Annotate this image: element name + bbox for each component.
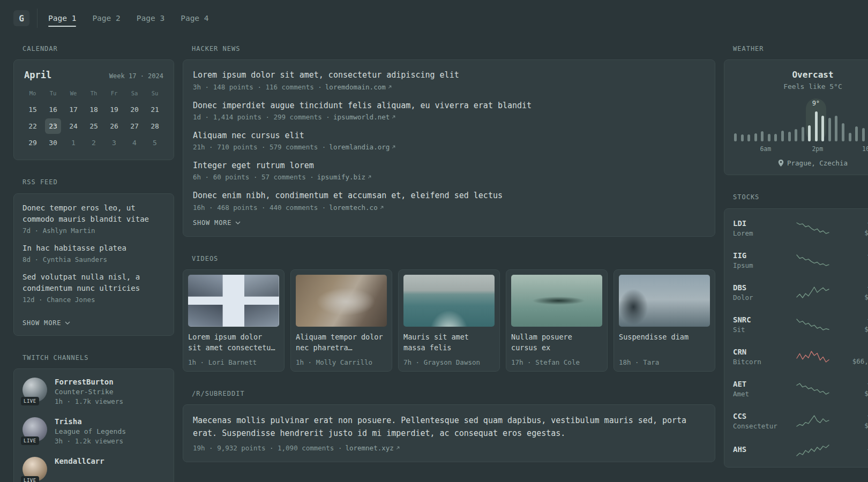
stock-price: $165.84: [836, 421, 868, 430]
calendar-date[interactable]: 22: [25, 118, 41, 134]
tab-page-3[interactable]: Page 3: [137, 9, 164, 28]
dashboard-grid: CALENDAR April Week 17 · 2024 Mo Tu We T…: [0, 36, 868, 482]
calendar-date[interactable]: 30: [45, 135, 61, 150]
day-header: Fr: [104, 87, 124, 101]
location-pin-icon: [778, 160, 784, 167]
subreddit-post-text[interactable]: Maecenas mollis pulvinar erat non posuer…: [193, 416, 686, 438]
stock-row[interactable]: SNRC Sit +1.36% $148.64: [733, 308, 868, 341]
hn-story-title[interactable]: Donec enim nibh, condimentum et accumsan…: [193, 191, 503, 200]
stock-row[interactable]: DBS Dolor +1.42% $156.28: [733, 276, 868, 308]
live-badge: LIVE: [21, 397, 39, 405]
weather-bar: [788, 132, 791, 141]
hn-domain-link[interactable]: ipsumworld.net: [333, 113, 396, 121]
video-title: Nullam posuere cursus ex: [511, 332, 602, 353]
hn-domain-text: ipsumworld.net: [333, 113, 390, 121]
calendar-date-next-month[interactable]: 4: [126, 135, 143, 150]
video-card[interactable]: Nullam posuere cursus ex 17h · Stefan Co…: [506, 269, 608, 372]
rss-item[interactable]: In hac habitasse platea 8d · Cynthia Sau…: [23, 243, 165, 263]
hacker-news-card: Lorem ipsum dolor sit amet, consectetur …: [183, 59, 715, 236]
twitch-widget-title: TWITCH CHANNELS: [13, 354, 174, 362]
calendar-date[interactable]: 28: [147, 118, 163, 134]
rss-show-more-button[interactable]: SHOW MORE: [23, 319, 70, 327]
weather-card: Overcast Feels like 5°C 9° 6am 2pm 10pm …: [724, 59, 868, 175]
weather-widget: WEATHER Overcast Feels like 5°C 9° 6am 2…: [724, 45, 868, 175]
hn-story: Donec imperdiet augue tincidunt felis al…: [193, 100, 705, 121]
subreddit-domain-link[interactable]: loremnet.xyz: [345, 444, 400, 452]
hn-story: Aliquam nec cursus elit 21h · 710 points…: [193, 130, 705, 151]
calendar-date[interactable]: 21: [147, 102, 163, 117]
hacker-news-widget-title: HACKER NEWS: [183, 45, 715, 52]
video-thumbnail: [511, 275, 602, 327]
stock-row[interactable]: AHS +0.46%: [733, 437, 868, 464]
hn-domain-link[interactable]: loremtech.co: [329, 204, 384, 212]
stock-row[interactable]: CRN Bitcorn -1.00% $66,171.48: [733, 341, 868, 373]
calendar-date[interactable]: 27: [126, 118, 143, 134]
hn-domain-link[interactable]: ipsumify.biz: [317, 173, 372, 181]
stock-sparkline: [796, 318, 830, 331]
hn-story-meta: 16h · 468 points · 440 comments · loremt…: [193, 204, 705, 212]
hn-domain-link[interactable]: loremlandia.org: [329, 143, 396, 151]
twitch-channel[interactable]: LIVE KendallCarr: [23, 457, 165, 481]
calendar-date[interactable]: 19: [106, 102, 122, 117]
stock-row[interactable]: CCS Consectetur +0.51% $165.84: [733, 405, 868, 437]
video-title: Aliquam tempor dolor nec pharetra…: [296, 332, 387, 353]
hn-story-title[interactable]: Lorem ipsum dolor sit amet, consectetur …: [193, 70, 459, 80]
calendar-date[interactable]: 15: [25, 102, 41, 117]
stock-row[interactable]: IIG Ipsum +2.84% $42.04: [733, 244, 868, 276]
calendar-date[interactable]: 17: [65, 102, 81, 117]
weather-location-text: Prague, Czechia: [787, 159, 848, 167]
stock-values: +0.51% $165.84: [836, 412, 868, 430]
calendar-date-next-month[interactable]: 2: [86, 135, 102, 150]
rss-item[interactable]: Donec tempor eros leo, ut commodo mauris…: [23, 202, 165, 235]
calendar-date-next-month[interactable]: 3: [106, 135, 122, 150]
rss-item[interactable]: Sed volutpat nulla nisl, a condimentum n…: [23, 272, 165, 304]
calendar-date[interactable]: 18: [86, 102, 102, 117]
hn-story-title[interactable]: Donec imperdiet augue tincidunt felis al…: [193, 101, 532, 110]
video-card[interactable]: Mauris sit amet massa felis 7h · Grayson…: [398, 269, 500, 372]
weather-bar: [768, 134, 770, 141]
calendar-date[interactable]: 24: [65, 118, 81, 134]
app-logo[interactable]: G: [13, 10, 29, 26]
calendar-date[interactable]: 16: [45, 102, 61, 117]
tab-page-2[interactable]: Page 2: [92, 9, 120, 28]
hn-story-title[interactable]: Aliquam nec cursus elit: [193, 131, 304, 140]
stock-name: Dolor: [733, 293, 789, 302]
stock-row[interactable]: LDI Lorem +4.35% $795.18: [733, 212, 868, 244]
stock-values: +1.36% $148.64: [836, 315, 868, 333]
video-card[interactable]: Aliquam tempor dolor nec pharetra… 1h · …: [290, 269, 392, 372]
weather-condition: Overcast: [734, 70, 868, 80]
video-thumbnail: [619, 275, 710, 327]
twitch-channel-name: Trisha: [55, 417, 126, 426]
hn-story: Integer eget rutrum lorem 6h · 60 points…: [193, 160, 705, 181]
calendar-date-next-month[interactable]: 1: [65, 135, 81, 150]
twitch-channel[interactable]: LIVE ForrestBurton Counter-Strike 1h · 1…: [23, 378, 165, 405]
stock-values: +1.42% $156.28: [836, 283, 868, 301]
hn-story-title[interactable]: Integer eget rutrum lorem: [193, 161, 314, 170]
twitch-channel[interactable]: LIVE Trisha League of Legends 3h · 1.2k …: [23, 417, 165, 445]
hn-domain-link[interactable]: loremdomain.com: [325, 83, 392, 91]
hn-domain-text: loremdomain.com: [325, 83, 386, 91]
hn-meta-text: 16h · 468 points · 440 comments ·: [193, 204, 326, 212]
hn-story-meta: 6h · 60 points · 57 comments · ipsumify.…: [193, 173, 705, 181]
calendar-date-next-month[interactable]: 5: [147, 135, 163, 150]
tab-page-4[interactable]: Page 4: [181, 9, 208, 28]
video-meta: 1h · Molly Carrillo: [296, 358, 387, 366]
rss-item-title: In hac habitasse platea: [23, 243, 165, 254]
stock-sparkline: [796, 254, 830, 267]
calendar-date[interactable]: 25: [86, 118, 102, 134]
calendar-date[interactable]: 29: [25, 135, 41, 150]
weather-bar: [855, 126, 858, 141]
weather-location[interactable]: Prague, Czechia: [734, 159, 868, 167]
calendar-date[interactable]: 20: [126, 102, 143, 117]
calendar-date-selected[interactable]: 23: [45, 118, 61, 134]
hn-show-more-button[interactable]: SHOW MORE: [193, 219, 241, 227]
stock-name: Lorem: [733, 229, 789, 237]
video-meta: 18h · Tara: [619, 358, 710, 366]
video-card[interactable]: Suspendisse diam 18h · Tara: [613, 269, 715, 372]
video-card[interactable]: Lorem ipsum dolor sit amet consectetu… 1…: [183, 269, 285, 372]
stock-id: LDI Lorem: [733, 219, 789, 237]
calendar-date[interactable]: 26: [106, 118, 122, 134]
avatar-wrap: LIVE: [23, 378, 47, 402]
tab-page-1[interactable]: Page 1: [48, 9, 76, 28]
stock-row[interactable]: AET Amet +0.92% $499.72: [733, 373, 868, 405]
